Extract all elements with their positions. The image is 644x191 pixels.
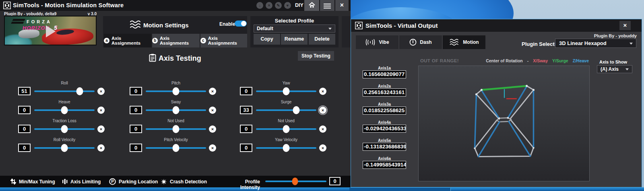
roll-velocity-value-input[interactable] <box>18 144 31 152</box>
parking-location-button[interactable]: P Parking Location <box>109 176 158 187</box>
clear-button[interactable]: × <box>319 125 326 133</box>
tab-vibe[interactable]: Vibe <box>356 35 398 49</box>
clear-button[interactable]: × <box>209 107 216 114</box>
stop-testing-button[interactable]: Stop Testing <box>298 51 334 61</box>
slider-thumb[interactable] <box>173 87 180 95</box>
traction-loss-value-input[interactable] <box>18 125 31 133</box>
tab-motion[interactable]: Motion <box>443 35 485 49</box>
clear-button[interactable]: × <box>97 88 105 95</box>
slider-thumb[interactable] <box>283 125 290 133</box>
clear-button[interactable]: × <box>97 144 105 152</box>
heave-value-input[interactable] <box>18 106 31 114</box>
badge-icon[interactable]: × <box>266 2 272 9</box>
plugin-selection-dropdown[interactable]: 3D Linear Hexapod <box>555 39 636 48</box>
clear-button[interactable]: × <box>209 125 216 133</box>
close-button[interactable]: × <box>619 21 631 30</box>
download-icon[interactable]: ↓ <box>256 2 263 9</box>
clear-button[interactable]: × <box>319 88 326 95</box>
pitch-value-input[interactable] <box>130 87 142 95</box>
yaw-velocity-value-input[interactable] <box>240 144 252 152</box>
clear-button[interactable]: × <box>319 107 326 114</box>
slider-track[interactable] <box>34 128 95 130</box>
slider-track[interactable] <box>146 109 206 111</box>
clear-button[interactable]: × <box>97 107 105 114</box>
crash-detection-button[interactable]: Crash Detection <box>161 176 207 187</box>
hexapod-3d-view[interactable] <box>418 66 590 181</box>
slider-thumb[interactable] <box>61 106 68 114</box>
play-icon[interactable] <box>46 25 56 37</box>
windows-taskbar-edge[interactable] <box>0 187 644 191</box>
slider-row-yaw-velocity: Yaw Velocity × <box>240 144 327 152</box>
axis-assignments-tab-b[interactable]: b Axis Assignments <box>152 34 200 47</box>
slider-thumb[interactable] <box>173 106 180 114</box>
slider-thumb[interactable] <box>283 87 290 95</box>
axis-label: Axis2a <box>363 84 406 88</box>
surge-value-input[interactable] <box>240 106 252 114</box>
axis-to-show-dropdown[interactable]: (A) Axis <box>597 65 632 73</box>
pitch-velocity-value-input[interactable] <box>130 144 142 152</box>
minmax-tuning-button[interactable]: Min/Max Tuning <box>10 176 55 187</box>
roll-value-input[interactable] <box>18 87 31 95</box>
donate-icon[interactable]: ♥ <box>284 2 291 9</box>
menu-button[interactable] <box>320 0 334 11</box>
delete-button[interactable]: Delete <box>309 34 335 45</box>
slider-track[interactable] <box>34 90 95 92</box>
hamburger-icon <box>324 4 331 10</box>
home-button[interactable] <box>304 0 319 11</box>
slider-thumb[interactable] <box>173 144 180 152</box>
axis-assignments-tab-c[interactable]: c Axis Assignments <box>200 34 247 47</box>
tab-dash[interactable]: Dash <box>399 35 442 49</box>
profile-intensity-track[interactable] <box>265 181 326 182</box>
slider-label: Roll <box>34 81 95 85</box>
slider-thumb[interactable] <box>61 144 68 152</box>
rename-button[interactable]: Rename <box>281 34 308 45</box>
slider-track[interactable] <box>34 109 95 111</box>
axis-value: -0.131823686839 <box>363 143 406 151</box>
parking-icon: P <box>109 178 116 185</box>
axis-testing-title: Axis Testing <box>159 54 201 63</box>
clear-button[interactable]: × <box>209 88 216 95</box>
vibe-icon <box>365 39 376 45</box>
edit-icon[interactable]: ✎ <box>275 2 282 9</box>
slider-track[interactable] <box>146 147 206 149</box>
slider-thumb[interactable] <box>293 106 299 114</box>
sway-value-input[interactable] <box>130 106 142 114</box>
not-used-value-input[interactable] <box>240 125 252 133</box>
legend-y-surge[interactable]: Y/Surge <box>552 58 568 63</box>
slider-track[interactable] <box>256 147 316 149</box>
slider-label: Traction Loss <box>34 119 95 123</box>
profile-intensity-value-input[interactable] <box>329 177 341 185</box>
slider-thumb[interactable] <box>283 144 290 152</box>
close-button[interactable]: × <box>335 0 349 11</box>
minmax-arrows-icon <box>10 179 16 185</box>
titlebar[interactable]: SimTools - Motion Simulation Software ↓ … <box>0 0 351 11</box>
legend-z-heave[interactable]: Z/Heave <box>573 58 589 63</box>
profile-intensity-thumb[interactable] <box>292 178 298 185</box>
slider-track[interactable] <box>256 109 316 111</box>
slider-row-yaw: Yaw × <box>240 87 327 96</box>
slider-track[interactable] <box>34 147 95 149</box>
enable-toggle[interactable] <box>235 21 247 27</box>
slider-thumb[interactable] <box>173 125 180 133</box>
clear-button[interactable]: × <box>97 125 105 133</box>
dash-gauge-icon <box>409 39 417 46</box>
game-thumbnail[interactable]: FORZA HORIZON 5 <box>4 16 97 45</box>
axis-limiting-button[interactable]: Axis Limiting <box>62 176 101 187</box>
slider-track[interactable] <box>256 128 316 130</box>
clear-button[interactable]: × <box>209 144 216 152</box>
clear-button[interactable]: × <box>319 144 326 152</box>
slider-track[interactable] <box>146 128 206 130</box>
toggle-knob <box>241 21 246 26</box>
yaw-value-input[interactable] <box>240 87 252 95</box>
not-used-value-input[interactable] <box>130 125 142 133</box>
slider-track[interactable] <box>256 90 316 92</box>
titlebar[interactable]: SimTools - Virtual Output × <box>351 19 642 32</box>
slider-thumb[interactable] <box>61 125 68 133</box>
slider-thumb[interactable] <box>76 87 83 95</box>
legend-x-sway[interactable]: X/Sway <box>533 58 548 63</box>
chevron-down-icon <box>328 28 332 30</box>
profile-dropdown[interactable]: Default <box>254 25 335 33</box>
copy-button[interactable]: Copy <box>254 34 280 45</box>
slider-track[interactable] <box>146 90 206 92</box>
axis-assignments-tab-a[interactable]: a Axis Assignments <box>104 34 151 47</box>
